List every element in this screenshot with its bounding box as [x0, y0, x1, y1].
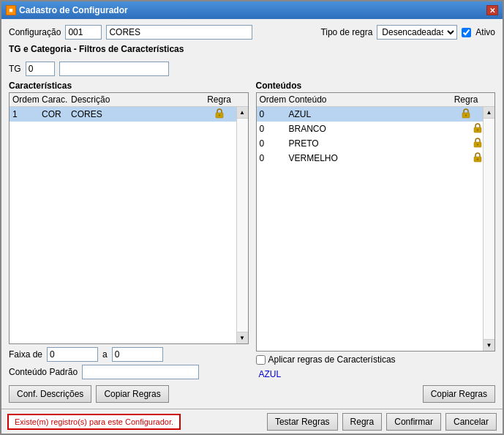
conteudo-padrao-input[interactable]: [82, 365, 199, 379]
conteudo-scroll-track: [484, 119, 494, 339]
right-buttons: Copiar Regras: [256, 385, 496, 403]
scroll-up-btn[interactable]: ▲: [237, 107, 248, 119]
footer-buttons: Testar Regras Regra Confirmar Cancelar: [267, 413, 497, 431]
conteudo-row-empty-8[interactable]: [257, 224, 495, 239]
conteudo-row-empty-5[interactable]: [257, 180, 495, 195]
conteudos-rows: 0 AZUL 0: [257, 107, 495, 351]
conteudo-col-conteudo-header: Conteúdo: [289, 94, 453, 105]
svg-point-1: [218, 114, 219, 116]
svg-point-9: [477, 158, 478, 160]
conteudo-conteudo-0: AZUL: [289, 109, 453, 119]
conteudo-padrao-label: Conteúdo Padrão: [9, 367, 78, 377]
ativo-label: Ativo: [475, 27, 495, 37]
carac-row-empty-5[interactable]: [10, 180, 248, 195]
left-bottom: Faixa de a Conteúdo Padrão Conf. Descriç…: [9, 347, 249, 403]
lock-icon-c2: [472, 137, 484, 149]
tg-desc-input[interactable]: [59, 62, 169, 76]
conteudo-ordem-2: 0: [260, 138, 289, 149]
conteudo-conteudo-1: BRANCO: [289, 124, 464, 134]
apply-checkbox[interactable]: [256, 355, 266, 365]
cores-input[interactable]: [106, 25, 252, 40]
cancelar-button[interactable]: Cancelar: [445, 413, 497, 431]
conteudo-scroll-down[interactable]: ▼: [484, 339, 494, 351]
conteudos-table: Ordem Conteúdo Regra 0 AZUL: [256, 92, 496, 352]
caracteristicas-rows: 1 COR CORES: [10, 107, 248, 343]
col-regra-header: Regra: [206, 94, 233, 105]
apply-checkbox-row: Aplicar regras de Características: [256, 354, 496, 365]
testar-regras-button[interactable]: Testar Regras: [267, 413, 338, 431]
azul-link[interactable]: AZUL: [256, 369, 496, 379]
conteudo-row-3[interactable]: 0 VERMELHO: [257, 151, 495, 166]
conteudos-title: Conteúdos: [256, 81, 496, 91]
conf-descricoes-button[interactable]: Conf. Descrições: [9, 385, 91, 403]
carac-row-empty-2[interactable]: [10, 136, 248, 151]
configuracao-input[interactable]: [65, 25, 102, 40]
faixa-row: Faixa de a: [9, 347, 249, 362]
configuracao-label: Configuração: [9, 27, 61, 37]
conteudo-conteudo-3: VERMELHO: [289, 153, 464, 163]
apply-label: Aplicar regras de Características: [268, 354, 396, 365]
tg-label: TG: [9, 64, 21, 74]
conteudo-row-0[interactable]: 0 AZUL: [257, 107, 495, 122]
lock-icon: [214, 108, 225, 119]
conteudo-row-empty-7[interactable]: [257, 209, 495, 224]
faixa-from-input[interactable]: [47, 347, 98, 362]
svg-point-5: [477, 129, 478, 130]
conteudo-scrollbar[interactable]: ▲ ▼: [483, 107, 494, 351]
scroll-down-btn[interactable]: ▼: [237, 332, 248, 343]
conteudos-header: Ordem Conteúdo Regra: [257, 93, 495, 107]
carac-row-empty-7[interactable]: [10, 209, 248, 224]
right-panel-wrap: Conteúdos Ordem Conteúdo Regra 0 AZUL: [256, 81, 496, 403]
ativo-checkbox[interactable]: [462, 28, 471, 37]
faixa-label: Faixa de: [9, 349, 42, 360]
panels-container: Características Ordem Carac. Descrição R…: [9, 81, 495, 403]
conteudo-conteudo-2: PRETO: [289, 138, 464, 149]
right-panel-bottom: Aplicar regras de Características AZUL C…: [256, 352, 496, 403]
copiar-regras-right-button[interactable]: Copiar Regras: [423, 385, 495, 403]
left-buttons: Conf. Descrições Copiar Regras: [9, 385, 249, 403]
regra-button[interactable]: Regra: [342, 413, 383, 431]
carac-row-0[interactable]: 1 COR CORES: [10, 107, 248, 122]
status-message: Existe(m) registro(s) para este Configur…: [7, 414, 181, 430]
title-bar: ■ Cadastro de Configurador ✕: [1, 1, 503, 19]
carac-row-empty-8[interactable]: [10, 224, 248, 239]
lock-icon-c1: [472, 122, 484, 134]
carac-ordem-0: 1: [12, 109, 42, 119]
carac-scrollbar[interactable]: ▲ ▼: [236, 107, 248, 343]
tipo-regra-select[interactable]: Desencadeadas Encadeadas: [377, 25, 457, 40]
conteudo-row-2[interactable]: 0 PRETO: [257, 136, 495, 151]
conteudo-ordem-1: 0: [260, 124, 289, 134]
caracteristicas-table: Ordem Carac. Descrição Regra 1 COR CORES: [9, 92, 249, 344]
confirmar-button[interactable]: Confirmar: [386, 413, 441, 431]
close-button[interactable]: ✕: [486, 5, 498, 15]
conteudo-col-ordem-header: Ordem: [260, 94, 289, 105]
caracteristicas-header: Ordem Carac. Descrição Regra: [10, 93, 248, 107]
carac-row-empty-1[interactable]: [10, 122, 248, 136]
tg-section-title: TG e Categoria - Filtros de Característi…: [9, 44, 495, 54]
conteudo-ordem-0: 0: [260, 109, 289, 119]
carac-carac-0: COR: [42, 109, 71, 119]
conteudo-row-empty-6[interactable]: [257, 195, 495, 209]
tg-input[interactable]: [26, 62, 55, 76]
status-bar: Existe(m) registro(s) para este Configur…: [1, 409, 503, 434]
main-window: ■ Cadastro de Configurador ✕ Configuraçã…: [0, 0, 504, 435]
tipo-regra-label: Tipo de regra: [320, 27, 372, 37]
conteudo-col-regra-header: Regra: [452, 94, 480, 105]
carac-row-empty-4[interactable]: [10, 166, 248, 180]
caracteristicas-title: Características: [9, 81, 249, 91]
header-row: Configuração Tipo de regra Desencadeadas…: [9, 25, 495, 40]
svg-point-7: [477, 144, 478, 145]
copiar-regras-left-button[interactable]: Copiar Regras: [96, 385, 168, 403]
conteudo-ordem-3: 0: [260, 153, 289, 163]
carac-row-empty-3[interactable]: [10, 151, 248, 166]
conteudo-scroll-up[interactable]: ▲: [484, 107, 494, 119]
carac-desc-0: CORES: [71, 109, 206, 119]
conteudo-row-1[interactable]: 0 BRANCO: [257, 122, 495, 136]
conteudo-row-empty-4[interactable]: [257, 166, 495, 180]
app-icon: ■: [6, 5, 16, 15]
window-title: Cadastro de Configurador: [19, 5, 128, 15]
faixa-to-input[interactable]: [112, 347, 163, 362]
tg-row: TG: [9, 62, 495, 76]
svg-point-3: [465, 114, 467, 116]
carac-row-empty-6[interactable]: [10, 195, 248, 209]
